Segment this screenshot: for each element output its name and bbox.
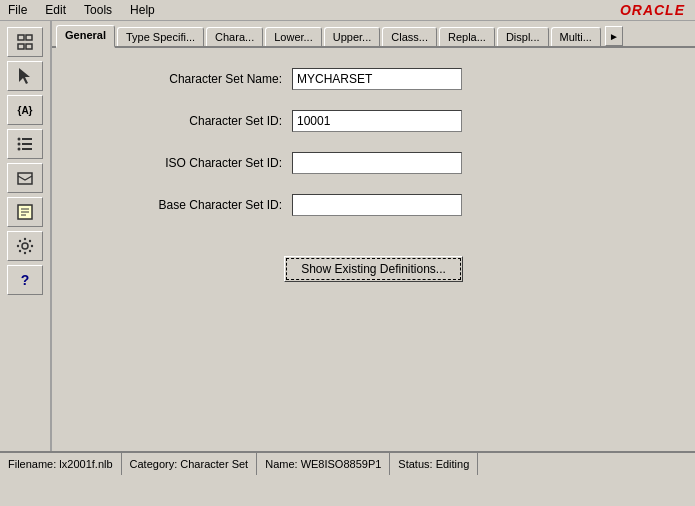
menu-edit[interactable]: Edit: [41, 2, 70, 18]
sidebar-list-btn[interactable]: [7, 129, 43, 159]
sidebar: {A}: [0, 21, 52, 451]
content-area: General Type Specifi... Chara... Lower..…: [52, 21, 695, 451]
svg-rect-8: [22, 143, 32, 145]
iso-charset-id-label: ISO Character Set ID:: [82, 156, 282, 170]
svg-point-7: [18, 143, 21, 146]
tab-repla[interactable]: Repla...: [439, 27, 495, 46]
tab-multi[interactable]: Multi...: [551, 27, 601, 46]
tab-displ[interactable]: Displ...: [497, 27, 549, 46]
svg-rect-6: [22, 138, 32, 140]
tab-scroll-right[interactable]: ►: [605, 26, 623, 46]
help-label: ?: [21, 272, 30, 288]
tab-chara[interactable]: Chara...: [206, 27, 263, 46]
svg-point-22: [29, 250, 31, 252]
svg-rect-2: [18, 44, 24, 49]
menubar: File Edit Tools Help ORACLE: [0, 0, 695, 21]
sidebar-help-btn[interactable]: ?: [7, 265, 43, 295]
svg-rect-11: [18, 173, 32, 184]
show-existing-button[interactable]: Show Existing Definitions...: [284, 256, 463, 282]
list-icon: [15, 134, 35, 154]
svg-rect-0: [18, 35, 24, 40]
svg-point-17: [24, 238, 26, 240]
svg-rect-10: [22, 148, 32, 150]
charset-id-label: Character Set ID:: [82, 114, 282, 128]
select-icon: [15, 32, 35, 52]
tab-lower[interactable]: Lower...: [265, 27, 322, 46]
tab-type-specifi[interactable]: Type Specifi...: [117, 27, 204, 46]
tab-bar: General Type Specifi... Chara... Lower..…: [52, 21, 695, 48]
tab-class[interactable]: Class...: [382, 27, 437, 46]
status-editing: Status: Editing: [390, 453, 478, 475]
menu-help[interactable]: Help: [126, 2, 159, 18]
status-filename: Filename: lx2001f.nlb: [0, 453, 122, 475]
sidebar-select-btn[interactable]: [7, 27, 43, 57]
menu-file[interactable]: File: [4, 2, 31, 18]
gear-icon: [15, 236, 35, 256]
form-panel: Character Set Name: Character Set ID: IS…: [52, 48, 695, 451]
main-container: {A}: [0, 21, 695, 451]
base-charset-id-label: Base Character Set ID:: [82, 198, 282, 212]
status-bar: Filename: lx2001f.nlb Category: Characte…: [0, 451, 695, 475]
sidebar-note-btn[interactable]: [7, 197, 43, 227]
oracle-logo: ORACLE: [620, 2, 691, 18]
svg-point-18: [24, 252, 26, 254]
button-area: Show Existing Definitions...: [82, 256, 665, 282]
iso-charset-id-input[interactable]: [292, 152, 462, 174]
charset-name-label: Character Set Name:: [82, 72, 282, 86]
base-charset-id-input[interactable]: [292, 194, 462, 216]
svg-point-23: [29, 240, 31, 242]
svg-rect-3: [26, 44, 32, 49]
svg-point-20: [31, 245, 33, 247]
tab-upper[interactable]: Upper...: [324, 27, 381, 46]
menubar-left: File Edit Tools Help: [4, 2, 159, 18]
svg-point-24: [19, 250, 21, 252]
status-category: Category: Character Set: [122, 453, 258, 475]
svg-point-19: [17, 245, 19, 247]
pointer-icon: [15, 66, 35, 86]
menu-tools[interactable]: Tools: [80, 2, 116, 18]
iso-charset-id-row: ISO Character Set ID:: [82, 152, 665, 174]
sidebar-package-btn[interactable]: [7, 163, 43, 193]
svg-point-9: [18, 148, 21, 151]
svg-rect-1: [26, 35, 32, 40]
sidebar-pointer-btn[interactable]: [7, 61, 43, 91]
package-icon: [15, 168, 35, 188]
svg-marker-4: [19, 68, 30, 84]
charset-id-input[interactable]: [292, 110, 462, 132]
sidebar-variable-btn[interactable]: {A}: [7, 95, 43, 125]
svg-point-21: [19, 240, 21, 242]
charset-name-row: Character Set Name:: [82, 68, 665, 90]
base-charset-id-row: Base Character Set ID:: [82, 194, 665, 216]
charset-name-input[interactable]: [292, 68, 462, 90]
status-name: Name: WE8ISO8859P1: [257, 453, 390, 475]
svg-point-5: [18, 138, 21, 141]
note-icon: [15, 202, 35, 222]
sidebar-gear-btn[interactable]: [7, 231, 43, 261]
svg-point-16: [22, 243, 28, 249]
tab-general[interactable]: General: [56, 25, 115, 48]
variable-label: {A}: [17, 105, 32, 116]
charset-id-row: Character Set ID:: [82, 110, 665, 132]
